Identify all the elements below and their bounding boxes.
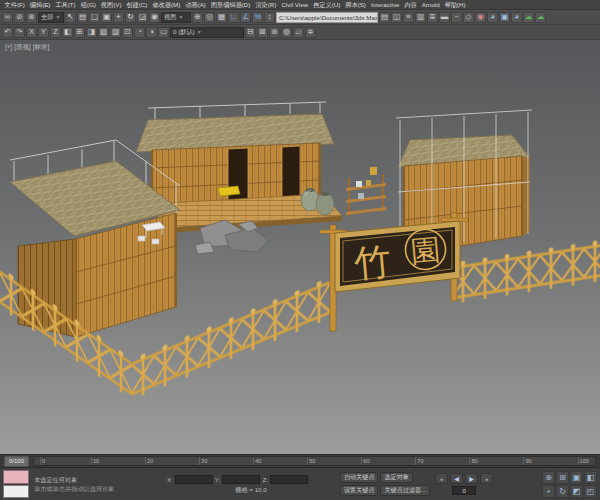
menu-item[interactable]: 自定义(U) [311, 0, 343, 9]
menu-item[interactable]: 脚本(S) [343, 0, 369, 9]
field-of-view-icon[interactable]: ◩ [570, 485, 583, 498]
pattern-b-icon[interactable]: ▨ [110, 27, 121, 38]
track-bar[interactable]: 0102030405060708090100 [33, 456, 596, 466]
material-editor-icon[interactable]: ◉ [475, 12, 486, 23]
bind-to-space-warp-icon[interactable]: ⊗ [26, 12, 37, 23]
entrance-sign[interactable]: 竹 園 [320, 213, 468, 331]
scene-explorer-icon[interactable]: ▥ [415, 12, 426, 23]
project-path-dropdown[interactable]: C:\Users\apple\Documents\3ds Max 201▼ [276, 12, 378, 23]
select-object-icon[interactable]: ↖ [65, 12, 76, 23]
viewport-label[interactable]: [+] [透视] [标准] [5, 43, 49, 52]
shade-toggle-icon[interactable]: ◨ [86, 27, 97, 38]
ribbon-toggle-icon[interactable]: ▬ [439, 12, 450, 23]
set-key-button[interactable]: 设置关键点 [340, 485, 378, 496]
delete-layer-icon[interactable]: ⊠ [257, 27, 268, 38]
pattern-a-icon[interactable]: ▧ [98, 27, 109, 38]
percent-snap-icon[interactable]: % [252, 12, 263, 23]
constraint-z-icon[interactable]: Z [50, 27, 61, 38]
redo-icon[interactable]: ↷ [14, 27, 25, 38]
select-and-move-icon[interactable]: + [113, 12, 124, 23]
half-icon[interactable]: ◑ [146, 27, 157, 38]
named-selection-sets-icon[interactable]: ▤ [379, 12, 390, 23]
snap-toggle-3d-icon[interactable]: ∟ [228, 12, 239, 23]
undo-icon[interactable]: ↶ [2, 27, 13, 38]
layer-new-icon[interactable]: ▭ [158, 27, 169, 38]
menu-item[interactable]: 创建(C) [124, 0, 150, 9]
quarter-icon[interactable]: ◔ [134, 27, 145, 38]
go-to-start-button[interactable]: « [435, 473, 448, 484]
layer-dropdown[interactable]: 0 (默认)▼ [170, 27, 244, 38]
schematic-view-icon[interactable]: ◇ [463, 12, 474, 23]
current-frame-field[interactable]: 0 [452, 486, 476, 495]
grid-toggle-icon[interactable]: ⊞ [74, 27, 85, 38]
pan-icon[interactable]: + [542, 485, 555, 498]
menu-item[interactable]: 视图(V) [98, 0, 124, 9]
key-filters-button[interactable]: 关键点过滤器... [380, 485, 430, 496]
perspective-viewport[interactable]: [+] [透视] [标准] [0, 40, 600, 454]
go-to-end-button[interactable]: » [480, 473, 493, 484]
unlink-selection-icon[interactable]: ⊘ [14, 12, 25, 23]
constraint-xy-icon[interactable]: ◧ [62, 27, 73, 38]
macro-recorder-field[interactable] [3, 470, 29, 484]
render-production-icon[interactable]: ◕ [511, 12, 522, 23]
align-icon[interactable]: ≡ [403, 12, 414, 23]
menu-item[interactable]: 文件(F) [2, 0, 27, 9]
render-in-cloud-icon[interactable]: ☁ [523, 12, 534, 23]
menu-item[interactable]: Civil View [279, 0, 311, 9]
previous-frame-button[interactable]: ◀ [450, 473, 463, 484]
sphere-icon[interactable]: ◍ [281, 27, 292, 38]
constraint-x-icon[interactable]: X [26, 27, 37, 38]
menu-item[interactable]: 修改器(M) [150, 0, 183, 9]
listener-field[interactable] [3, 485, 29, 499]
collapse-icon[interactable]: ⊟ [245, 27, 256, 38]
menu-item[interactable]: 动画(A) [183, 0, 209, 9]
select-and-manipulate-icon[interactable]: ◎ [204, 12, 215, 23]
menu-item[interactable]: 渲染(R) [253, 0, 279, 9]
layer-explorer-icon[interactable]: ≣ [427, 12, 438, 23]
keyboard-override-icon[interactable]: ▦ [216, 12, 227, 23]
time-slider-handle[interactable]: 0/100 [4, 456, 29, 467]
rectangular-selection-icon[interactable]: ▢ [89, 12, 100, 23]
info-icon[interactable]: ≑ [305, 27, 316, 38]
autodesk-account-icon[interactable]: ☁ [535, 12, 546, 23]
rendered-frame-icon[interactable]: ▣ [499, 12, 510, 23]
select-and-rotate-icon[interactable]: ↻ [125, 12, 136, 23]
constraint-y-icon[interactable]: Y [38, 27, 49, 38]
select-and-scale-icon[interactable]: ◲ [137, 12, 148, 23]
select-and-place-icon[interactable]: ◉ [149, 12, 160, 23]
select-and-link-icon[interactable]: ∞ [2, 12, 13, 23]
zoom-all-icon[interactable]: ⊞ [556, 471, 569, 484]
menu-item[interactable]: 帮助(H) [442, 0, 468, 9]
auto-key-button[interactable]: 自动关键点 [340, 472, 378, 483]
selection-mode-dropdown[interactable]: 选定对象 [380, 472, 412, 483]
maximize-viewport-icon[interactable]: ◰ [584, 485, 597, 498]
select-by-name-icon[interactable]: ▤ [77, 12, 88, 23]
window-crossing-icon[interactable]: ▣ [101, 12, 112, 23]
menu-item[interactable]: 组(G) [78, 0, 98, 9]
play-button[interactable]: ▶ [465, 473, 478, 484]
reference-coordsys-dropdown[interactable]: 视图▼ [161, 12, 191, 23]
coord-z-field[interactable] [270, 475, 308, 484]
use-pivot-center-icon[interactable]: ⊕ [192, 12, 203, 23]
zoom-icon[interactable]: ⊕ [542, 471, 555, 484]
parallelogram-icon[interactable]: ▱ [293, 27, 304, 38]
orbit-icon[interactable]: ↻ [556, 485, 569, 498]
zoom-extents-icon[interactable]: ▣ [570, 471, 583, 484]
zoom-extents-all-icon[interactable]: ◧ [584, 471, 597, 484]
menu-item[interactable]: 图形编辑器(D) [208, 0, 253, 9]
menu-item[interactable]: 内容 [402, 0, 419, 9]
scene-canvas[interactable]: 竹 園 [0, 40, 600, 454]
asterisk-icon[interactable]: ⊛ [269, 27, 280, 38]
menu-item[interactable]: 工具(T) [53, 0, 78, 9]
curve-editor-icon[interactable]: ~ [451, 12, 462, 23]
angle-snap-icon[interactable]: ∠ [240, 12, 251, 23]
boxed-dot-icon[interactable]: ⊡ [122, 27, 133, 38]
selection-filter-dropdown[interactable]: 全部▼ [38, 12, 64, 23]
menu-item[interactable]: 编辑(E) [27, 0, 53, 9]
coord-y-field[interactable] [222, 475, 260, 484]
render-setup-icon[interactable]: ◕ [487, 12, 498, 23]
spinner-snap-icon[interactable]: ↕ [264, 12, 275, 23]
menu-item[interactable]: Interactive [368, 0, 402, 9]
coord-x-field[interactable] [175, 475, 213, 484]
menu-item[interactable]: Arnold [419, 0, 442, 9]
